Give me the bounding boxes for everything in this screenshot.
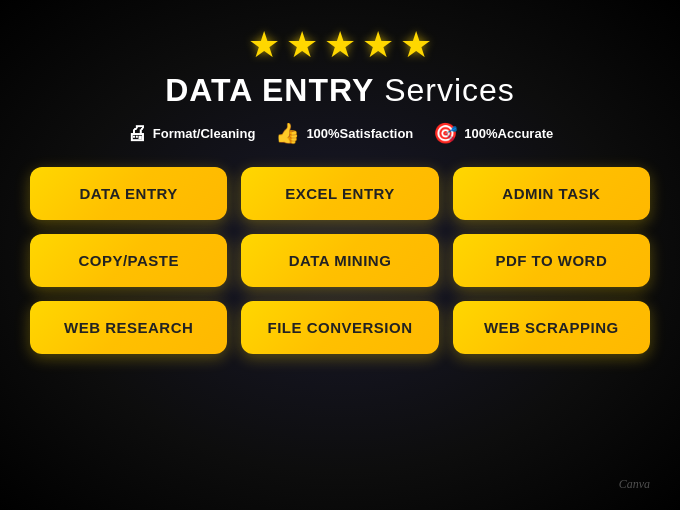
page-title: DATA ENTRY Services	[165, 72, 515, 109]
data-mining-button[interactable]: DATA MINING	[241, 234, 438, 287]
canva-watermark: Canva	[619, 477, 650, 492]
copy-paste-button[interactable]: COPY/PASTE	[30, 234, 227, 287]
stars-row: ★ ★ ★ ★ ★	[248, 24, 432, 66]
star-1: ★	[248, 24, 280, 66]
subtitle-satisfaction-label: 100%Satisfaction	[306, 126, 413, 141]
admin-task-button[interactable]: ADMIN TASK	[453, 167, 650, 220]
title-bold: DATA ENTRY	[165, 72, 374, 108]
star-3: ★	[324, 24, 356, 66]
thumbs-up-icon: 👍	[275, 121, 300, 145]
excel-entry-button[interactable]: EXCEL ENTRY	[241, 167, 438, 220]
star-4: ★	[362, 24, 394, 66]
data-entry-button[interactable]: DATA ENTRY	[30, 167, 227, 220]
web-scrapping-button[interactable]: WEB SCRAPPING	[453, 301, 650, 354]
subtitle-format: 🖨 Format/Cleaning	[127, 122, 256, 145]
subtitle-format-label: Format/Cleaning	[153, 126, 256, 141]
pdf-to-word-button[interactable]: PDF to WORD	[453, 234, 650, 287]
title-normal: Services	[374, 72, 515, 108]
file-conversion-button[interactable]: FILE CONVERSION	[241, 301, 438, 354]
format-icon: 🖨	[127, 122, 147, 145]
subtitle-satisfaction: 👍 100%Satisfaction	[275, 121, 413, 145]
target-icon: 🎯	[433, 121, 458, 145]
subtitle-accurate: 🎯 100%Accurate	[433, 121, 553, 145]
subtitle-row: 🖨 Format/Cleaning 👍 100%Satisfaction 🎯 1…	[127, 121, 553, 145]
star-2: ★	[286, 24, 318, 66]
services-grid: DATA ENTRY EXCEL ENTRY ADMIN TASK COPY/P…	[30, 167, 650, 354]
web-research-button[interactable]: WEB RESEARCH	[30, 301, 227, 354]
subtitle-accurate-label: 100%Accurate	[464, 126, 553, 141]
star-5: ★	[400, 24, 432, 66]
